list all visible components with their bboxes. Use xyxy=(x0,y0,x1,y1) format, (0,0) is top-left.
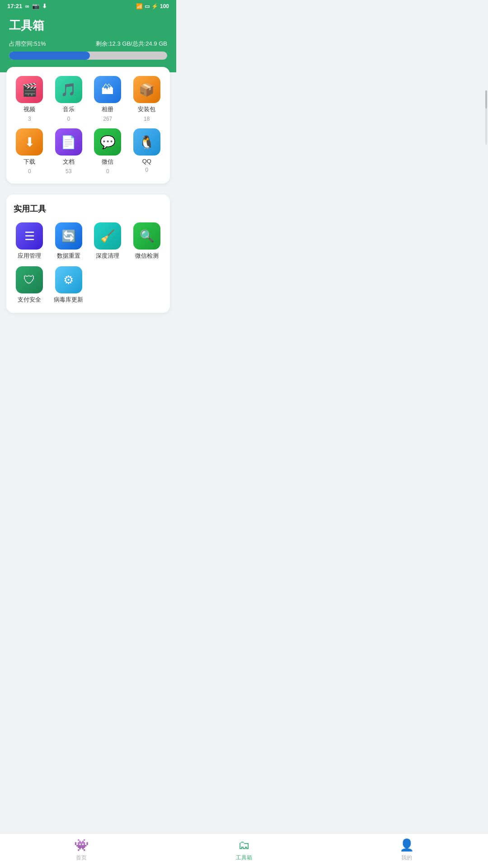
apk-count: 18 xyxy=(144,116,150,122)
page-title: 工具箱 xyxy=(9,18,167,33)
app-manage-label: 应用管理 xyxy=(18,252,41,260)
tool-item-deep-clean[interactable]: 🧹 深度清理 xyxy=(89,222,127,260)
file-item-video[interactable]: 🎬 视频 3 xyxy=(11,76,48,122)
storage-progress-fill xyxy=(9,52,90,60)
wechat-count: 0 xyxy=(106,168,109,175)
tool-item-app-manage[interactable]: ☰ 应用管理 xyxy=(11,222,48,260)
tools-section-title: 实用工具 xyxy=(11,203,165,214)
video-count: 3 xyxy=(28,116,31,122)
tool-item-data-reset[interactable]: 🔄 数据重置 xyxy=(50,222,88,260)
app-manage-icon: ☰ xyxy=(16,222,43,250)
doc-label: 文档 xyxy=(63,158,75,166)
virus-update-icon: ⚙ xyxy=(55,266,82,293)
tools-card: 实用工具 ☰ 应用管理 🔄 数据重置 🧹 深度清理 🔍 微信检测 🛡 支付安全 … xyxy=(6,194,170,313)
wifi-icon: 📶 xyxy=(136,3,143,9)
wechat-check-label: 微信检测 xyxy=(135,252,159,260)
download-arrow-icon: ⬇ xyxy=(42,3,47,9)
status-left: 17:21 ∞ 📷 ⬇ xyxy=(7,3,47,9)
tools-grid: ☰ 应用管理 🔄 数据重置 🧹 深度清理 🔍 微信检测 🛡 支付安全 ⚙ 病毒库… xyxy=(11,222,165,304)
file-item-qq[interactable]: 🐧 QQ 0 xyxy=(128,128,166,175)
wechat-check-icon: 🔍 xyxy=(133,222,160,250)
download-count: 0 xyxy=(28,168,31,175)
music-icon: 🎵 xyxy=(55,76,82,103)
download-label: 下载 xyxy=(23,158,35,166)
file-item-apk[interactable]: 📦 安装包 18 xyxy=(128,76,166,122)
wechat-label: 微信 xyxy=(102,158,113,166)
wechat-icon: 💬 xyxy=(94,128,121,156)
file-item-download[interactable]: ⬇ 下载 0 xyxy=(11,128,48,175)
storage-remain-label: 剩余:12.3 GB/总共:24.9 GB xyxy=(96,40,167,48)
status-right: 📶 ▭ ⚡ 100 xyxy=(136,3,169,9)
deep-clean-label: 深度清理 xyxy=(96,252,119,260)
apk-label: 安装包 xyxy=(138,105,155,113)
file-item-photo[interactable]: 🏔 相册 267 xyxy=(89,76,127,122)
signal-icon: ∞ xyxy=(25,3,29,9)
data-reset-icon: 🔄 xyxy=(55,222,82,250)
sim-icon: ▭ xyxy=(145,3,150,9)
qq-count: 0 xyxy=(145,167,148,173)
tool-item-pay-security[interactable]: 🛡 支付安全 xyxy=(11,266,48,304)
music-count: 0 xyxy=(67,116,70,122)
doc-count: 53 xyxy=(66,168,71,175)
apk-icon: 📦 xyxy=(133,76,160,103)
file-grid: 🎬 视频 3 🎵 音乐 0 🏔 相册 267 📦 安装包 18 ⬇ 下载 0 📄… xyxy=(11,76,165,175)
qq-label: QQ xyxy=(142,158,151,165)
storage-progress-bar xyxy=(9,52,167,60)
virus-update-label: 病毒库更新 xyxy=(54,296,83,304)
charge-icon: ⚡ xyxy=(151,3,158,9)
camera-icon: 📷 xyxy=(32,3,39,9)
storage-info: 占用空间:51% 剩余:12.3 GB/总共:24.9 GB xyxy=(9,40,167,48)
deep-clean-icon: 🧹 xyxy=(94,222,121,250)
file-item-music[interactable]: 🎵 音乐 0 xyxy=(50,76,88,122)
file-item-doc[interactable]: 📄 文档 53 xyxy=(50,128,88,175)
pay-security-icon: 🛡 xyxy=(16,266,43,293)
doc-icon: 📄 xyxy=(55,128,82,156)
music-label: 音乐 xyxy=(63,105,75,113)
time: 17:21 xyxy=(7,3,22,9)
photo-label: 相册 xyxy=(102,105,113,113)
video-icon: 🎬 xyxy=(16,76,43,103)
pay-security-label: 支付安全 xyxy=(18,296,41,304)
tool-item-wechat-check[interactable]: 🔍 微信检测 xyxy=(128,222,166,260)
video-label: 视频 xyxy=(23,105,35,113)
storage-used-label: 占用空间:51% xyxy=(9,40,46,48)
download-icon: ⬇ xyxy=(16,128,43,156)
photo-icon: 🏔 xyxy=(94,76,121,103)
qq-icon: 🐧 xyxy=(133,128,160,156)
tool-item-virus-update[interactable]: ⚙ 病毒库更新 xyxy=(50,266,88,304)
status-bar: 17:21 ∞ 📷 ⬇ 📶 ▭ ⚡ 100 xyxy=(0,0,176,11)
file-item-wechat[interactable]: 💬 微信 0 xyxy=(89,128,127,175)
header: 工具箱 占用空间:51% 剩余:12.3 GB/总共:24.9 GB xyxy=(0,11,176,72)
battery-level: 100 xyxy=(160,3,169,9)
file-grid-card: 🎬 视频 3 🎵 音乐 0 🏔 相册 267 📦 安装包 18 ⬇ 下载 0 📄… xyxy=(6,67,170,184)
photo-count: 267 xyxy=(103,116,112,122)
data-reset-label: 数据重置 xyxy=(57,252,80,260)
